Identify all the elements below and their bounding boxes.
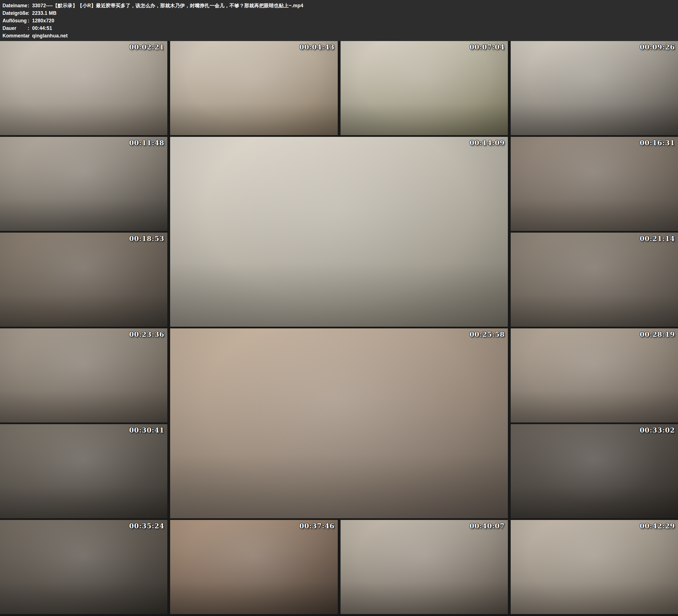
metadata-separator: : [28, 2, 32, 9]
timestamp-overlay: 00:09:26 [640, 43, 675, 51]
timestamp-overlay: 00:18:53 [129, 235, 164, 243]
metadata-header: Dateiname:33072----【默示录】【小R】最近胶带买多了，该怎么办… [0, 0, 678, 41]
metadata-label: Auflösung [2, 17, 28, 25]
metadata-value: 33072----【默示录】【小R】最近胶带买多了，该怎么办，那就木乃伊，封嘴挣… [32, 2, 303, 9]
thumbnail-shading [511, 295, 678, 327]
timestamp-overlay: 00:35:24 [129, 522, 164, 530]
video-thumbnail: 00:21:14 [511, 233, 678, 327]
timestamp-overlay: 00:40:07 [469, 522, 505, 530]
timestamp-overlay: 00:02:21 [129, 43, 164, 51]
thumbnail-shading [0, 103, 167, 135]
metadata-label: Dateiname [2, 2, 28, 9]
video-thumbnail: 00:37:46 [170, 520, 337, 614]
video-contact-sheet: { "header": { "fields": [ { "label": "Da… [0, 0, 678, 616]
metadata-row: Auflösung:1280x720 [2, 17, 675, 25]
thumbnail-shading [511, 582, 678, 614]
video-thumbnail: 00:02:21 [0, 41, 167, 135]
video-thumbnail: 00:30:41 [0, 424, 167, 518]
metadata-separator: : [28, 32, 32, 40]
video-thumbnail: 00:40:07 [341, 520, 508, 614]
metadata-value: 00:44:51 [32, 25, 52, 32]
metadata-row: Dateigröße:2233.1 MB [2, 9, 675, 17]
thumbnail-shading [170, 262, 508, 327]
metadata-value: 2233.1 MB [32, 9, 57, 17]
video-thumbnail: 00:23:36 [0, 329, 167, 422]
metadata-separator: : [28, 17, 32, 25]
timestamp-overlay: 00:28:19 [640, 330, 675, 339]
thumbnail-shading [0, 486, 167, 518]
video-thumbnail: 00:18:53 [0, 233, 167, 327]
thumbnail-shading [341, 103, 508, 135]
thumbnail-shading [0, 295, 167, 327]
thumbnail-shading [0, 390, 167, 422]
metadata-row: Dauer:00:44:51 [2, 25, 675, 32]
timestamp-overlay: 00:14:09 [469, 139, 505, 147]
video-thumbnail: 00:16:31 [511, 137, 678, 231]
thumbnail-shading [341, 582, 508, 614]
thumbnail-shading [511, 199, 678, 231]
metadata-label: Kommentar [2, 32, 28, 40]
thumbnail-shading [511, 103, 678, 135]
timestamp-overlay: 00:30:41 [129, 426, 164, 434]
video-thumbnail: 00:07:04 [341, 41, 508, 135]
video-thumbnail: 00:04:43 [170, 41, 337, 135]
video-thumbnail: 00:28:19 [511, 329, 678, 422]
thumbnail-shading [0, 199, 167, 231]
video-thumbnail: 00:25:58 [170, 329, 508, 518]
timestamp-overlay: 00:42:29 [640, 522, 675, 530]
metadata-label: Dateigröße [2, 9, 28, 17]
video-thumbnail: 00:33:02 [511, 424, 678, 518]
video-thumbnail: 00:11:48 [0, 137, 167, 231]
metadata-value: qinglanhua.net [32, 32, 68, 40]
timestamp-overlay: 00:37:46 [299, 522, 335, 530]
thumbnail-shading [0, 582, 167, 614]
thumbnail-shading [511, 486, 678, 518]
timestamp-overlay: 00:16:31 [640, 139, 675, 147]
timestamp-overlay: 00:07:04 [469, 43, 505, 51]
video-thumbnail: 00:35:24 [0, 520, 167, 614]
metadata-value: 1280x720 [32, 17, 54, 25]
timestamp-overlay: 00:25:58 [469, 330, 505, 339]
timestamp-overlay: 00:21:14 [640, 235, 675, 243]
video-thumbnail: 00:09:26 [511, 41, 678, 135]
metadata-row: Kommentar:qinglanhua.net [2, 32, 675, 40]
timestamp-overlay: 00:11:48 [129, 139, 164, 147]
metadata-separator: : [28, 9, 32, 17]
thumbnail-grid: 00:02:2100:04:4300:07:0400:09:2600:11:48… [0, 41, 678, 614]
timestamp-overlay: 00:04:43 [299, 43, 335, 51]
video-thumbnail: 00:14:09 [170, 137, 508, 327]
thumbnail-shading [170, 454, 508, 518]
metadata-row: Dateiname:33072----【默示录】【小R】最近胶带买多了，该怎么办… [2, 2, 675, 9]
thumbnail-shading [170, 582, 337, 614]
thumbnail-shading [170, 103, 337, 135]
video-thumbnail: 00:42:29 [511, 520, 678, 614]
timestamp-overlay: 00:23:36 [129, 330, 164, 339]
metadata-separator: : [28, 25, 32, 32]
timestamp-overlay: 00:33:02 [640, 426, 675, 434]
metadata-label: Dauer [2, 25, 28, 32]
thumbnail-shading [511, 390, 678, 422]
